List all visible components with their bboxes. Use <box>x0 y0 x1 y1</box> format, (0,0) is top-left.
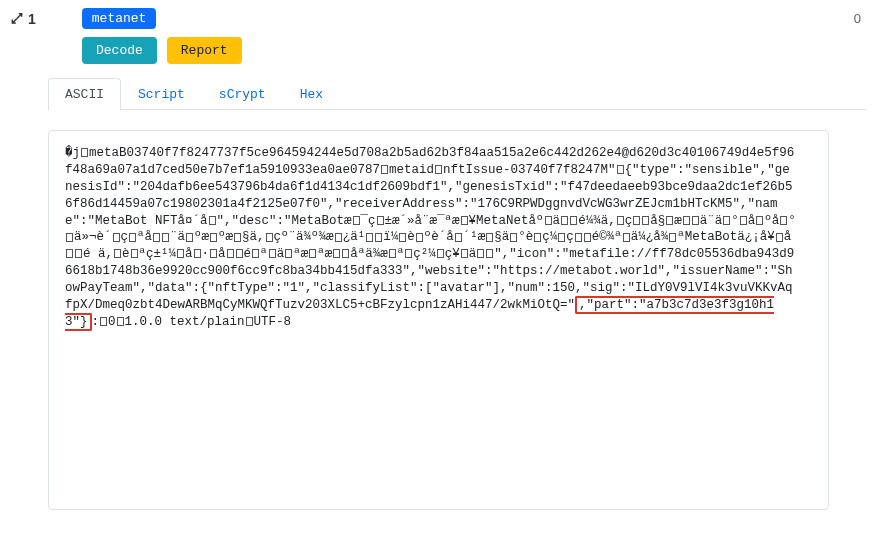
ascii-content[interactable]: �jmetaB03740f7f8247737f5ce964594244e5d70… <box>65 145 812 495</box>
report-button[interactable]: Report <box>167 37 242 64</box>
input-icon: 1 <box>10 11 36 27</box>
tabs: ASCII Script sCrypt Hex <box>48 78 867 110</box>
output-count: 0 <box>854 11 867 26</box>
tab-scrypt[interactable]: sCrypt <box>202 78 283 110</box>
input-index: 1 <box>28 11 36 27</box>
decode-button[interactable]: Decode <box>82 37 157 64</box>
tab-hex[interactable]: Hex <box>283 78 340 110</box>
tab-script[interactable]: Script <box>121 78 202 110</box>
header-row: 1 metanet 0 <box>10 8 867 29</box>
metanet-tag[interactable]: metanet <box>82 8 157 29</box>
tab-ascii[interactable]: ASCII <box>48 78 121 110</box>
highlighted-part: ,"part":"a7b3c7d3e3f3g10h13"} <box>65 296 774 331</box>
content-panel: �jmetaB03740f7f8247737f5ce964594244e5d70… <box>48 130 829 510</box>
button-row: Decode Report <box>82 37 867 64</box>
